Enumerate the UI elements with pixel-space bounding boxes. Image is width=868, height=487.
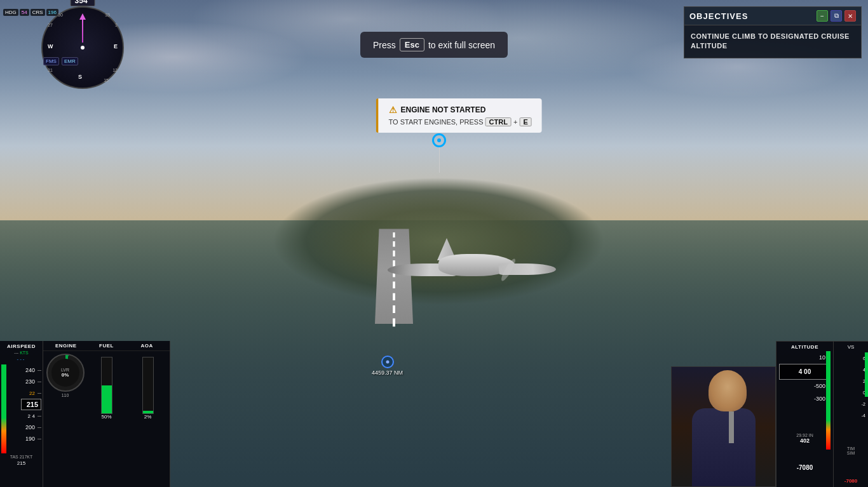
altitude-baro-section: 29.92 IN 402: [776, 430, 833, 444]
baro-label: 29.92 IN: [776, 433, 833, 437]
fms-emr-bar: FMS EMR: [43, 57, 78, 65]
objectives-controls: − ⧉ ✕: [817, 10, 856, 22]
objectives-minimize-button[interactable]: −: [817, 10, 828, 22]
alt-tick-placeholder: [779, 405, 831, 418]
fuel-label: FUEL: [87, 343, 126, 349]
gauge-lvr-value: 0%: [62, 372, 69, 378]
compass-deg-27: 27: [48, 23, 53, 27]
airspeed-tape: 240 230 22 215 2 4: [1, 364, 41, 453]
gauge-lvr-label: LVR: [61, 368, 69, 372]
altitude-current-value: 4 00: [799, 368, 811, 375]
alt-tick-10: 10: [779, 351, 831, 364]
engine-gauge-container: LVR 0% 110: [46, 354, 85, 431]
person-body: [692, 408, 756, 487]
alt-tick-current: 4 00: [779, 364, 831, 380]
emr-badge: EMR: [62, 57, 78, 65]
engine-start-prefix: TO START ENGINES, PRESS: [389, 118, 484, 126]
vs-tick-minus2: -2: [834, 398, 868, 410]
esc-key-badge: Esc: [400, 38, 424, 51]
compass-west-label: W: [48, 43, 53, 50]
compass-deg-30: 30: [58, 13, 63, 17]
objective-item-1: CONTINUE CLIMB TO DESIGNATED CRUISE ALTI…: [691, 32, 855, 51]
alt-tick-500: -500: [779, 380, 831, 392]
compass-heading-value: 354°: [71, 0, 95, 6]
objectives-panel: OBJECTIVES − ⧉ ✕ CONTINUE CLIMB TO DESIG…: [684, 6, 862, 58]
compass-deg-21: 21: [48, 68, 53, 72]
engine-notif-title-text: ENGINE NOT STARTED: [401, 105, 486, 114]
esc-suffix-text: to exit full screen: [428, 40, 495, 50]
compass-ring: W E S 30 33 3 12 15 27 21: [41, 6, 124, 89]
airspeed-label: AIRSPEED: [0, 341, 43, 350]
airspeed-dashes: ---: [0, 356, 43, 362]
vs-current-value: -7080: [834, 478, 868, 484]
objectives-header: OBJECTIVES − ⧉ ✕: [684, 7, 861, 25]
warning-icon: ⚠: [389, 105, 397, 115]
plus-sign: +: [513, 118, 517, 126]
compass-instrument: 354° W E S 30 33 3 12 15 27 21: [41, 6, 124, 89]
airspeed-panel: AIRSPEED --- KTS --- 240 230 22: [0, 341, 43, 487]
objectives-title: OBJECTIVES: [689, 11, 748, 21]
as-tick-190: 190: [21, 433, 41, 444]
waypoint-circle: [432, 133, 446, 147]
aircraft: [381, 216, 559, 330]
webcam-overlay: [671, 366, 776, 487]
fuel-bar-outer: [101, 357, 112, 414]
compass-center-dot: [81, 46, 85, 50]
objectives-maximize-button[interactable]: ⧉: [831, 10, 842, 22]
e-key-badge: E: [519, 117, 531, 126]
hdg-label: HDG: [3, 9, 18, 16]
compass-deg-33: 33: [105, 13, 110, 17]
as-tick-current: 215: [21, 399, 41, 410]
compass-east-label: E: [114, 43, 118, 50]
baro-value: 402: [776, 437, 833, 444]
distance-value: 4459.37 NM: [372, 370, 403, 376]
as-tick-210: 2 4: [21, 410, 41, 422]
waypoint-line: [439, 147, 440, 173]
as-tick-225: 22: [21, 387, 41, 399]
ctrl-key-badge: CTRL: [485, 117, 512, 126]
vs-bar: [865, 352, 868, 397]
objectives-content: CONTINUE CLIMB TO DESIGNATED CRUISE ALTI…: [684, 25, 861, 58]
vs-tick-6: 6: [834, 352, 868, 364]
altitude-label: ALTITUDE: [776, 342, 833, 351]
distance-icon: [381, 356, 394, 368]
sim-label: SIM: [834, 451, 868, 455]
airspeed-scale: 240 230 22 215 2 4: [21, 364, 41, 444]
as-tick-240: 240: [21, 364, 41, 376]
engine-instruments-panel: ENGINE FUEL AOA LVR 0% 110 50%: [43, 341, 170, 487]
compass-deg-15: 15: [104, 78, 109, 83]
vs-tick-0: 0: [834, 387, 868, 398]
gauge-inner: LVR 0%: [51, 359, 79, 387]
waypoint-indicator: [432, 133, 446, 173]
flight-scene: 4459.37 NM HDG 54 CRS 196 354° W E S 30 …: [0, 0, 868, 487]
compass-deg-12: 12: [112, 68, 118, 72]
hdg-value: 54: [20, 9, 29, 16]
engine-label: ENGINE: [46, 343, 86, 349]
person-head: [709, 370, 747, 411]
tim-label: TIM: [834, 446, 868, 451]
as-tick-200: 200: [21, 422, 41, 433]
airspeed-tas-label: TAS 217KT: [0, 453, 43, 460]
aoa-percent-label: 2%: [144, 414, 152, 420]
fms-badge: FMS: [43, 57, 59, 65]
compass-deg-3: 3: [115, 23, 118, 27]
vs-scale: 6 4 2 0 -2 -4: [834, 352, 868, 441]
engine-notif-header: ⚠ ENGINE NOT STARTED: [389, 105, 532, 115]
as-tick-230: 230: [21, 376, 41, 387]
engine-circular-gauge: LVR 0%: [46, 354, 85, 392]
fuel-percent-label: 50%: [101, 414, 111, 420]
compass-south-label: S: [78, 74, 82, 80]
engine-notif-body: TO START ENGINES, PRESS CTRL + E: [389, 117, 532, 126]
fuel-bar-container: 50%: [87, 354, 126, 431]
vs-tick-2: 2: [834, 375, 868, 387]
vs-panel: VS 6 4 2 0 -2 -4 TIM S: [833, 341, 868, 487]
airspeed-unit: --- KTS: [0, 350, 43, 355]
vs-tick-minus4: -4: [834, 410, 868, 421]
compass-needle: [82, 17, 83, 43]
engine-throttle-label: 110: [62, 393, 69, 397]
engine-section-header: ENGINE FUEL AOA: [43, 341, 170, 351]
objectives-close-button[interactable]: ✕: [844, 10, 856, 22]
aoa-bar-inner: [143, 411, 153, 413]
fuel-bar-inner: [102, 385, 112, 413]
aoa-bar-container: 2%: [128, 354, 167, 431]
